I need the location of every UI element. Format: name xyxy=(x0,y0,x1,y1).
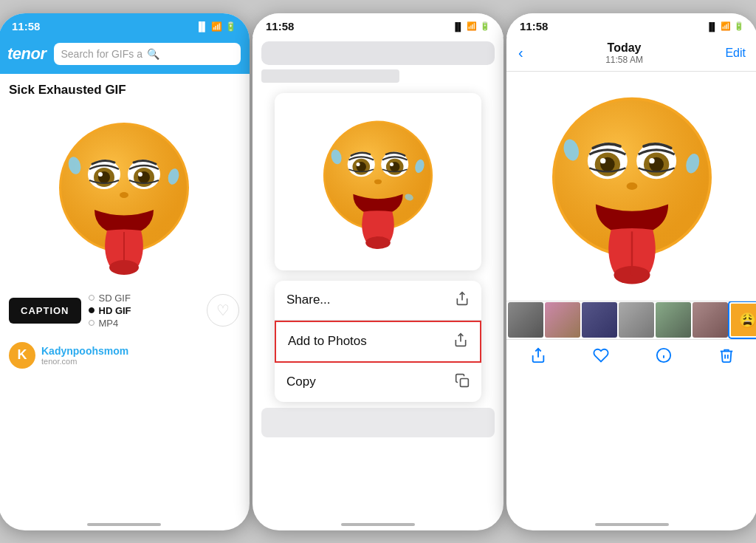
photos-toolbar xyxy=(506,339,756,380)
svg-point-37 xyxy=(600,157,605,163)
svg-point-5 xyxy=(98,172,103,177)
screens-container: 11:58 ▐▌ 📶 🔋 tenor Search for GIFs a 🔍 S… xyxy=(0,0,756,543)
nav-title: Today xyxy=(608,41,642,55)
info-button[interactable] xyxy=(656,347,672,368)
svg-point-24 xyxy=(374,179,382,184)
home-indicator-2 xyxy=(341,523,415,526)
user-site: tenor.com xyxy=(41,357,128,366)
phone3-photos: 11:58 ▐▌ 📶 🔋 ‹ Today 11:58 AM Edit xyxy=(506,13,756,530)
copy-icon xyxy=(455,373,470,392)
caption-button[interactable]: CAPTION xyxy=(9,298,81,324)
thumb-selected[interactable]: 😩 xyxy=(729,302,756,338)
search-placeholder-text: Search for GIFs a xyxy=(61,48,142,60)
tenor-header: tenor Search for GIFs a 🔍 xyxy=(0,37,250,74)
back-button[interactable]: ‹ xyxy=(518,44,523,61)
gif-title: Sick Exhausted GIF xyxy=(9,83,239,98)
svg-point-10 xyxy=(120,192,128,198)
tenor-content: Sick Exhausted GIF xyxy=(0,74,250,380)
add-photos-icon xyxy=(453,332,468,351)
nav-subtitle: 11:58 AM xyxy=(605,55,643,65)
blurred-bottom-area xyxy=(261,408,495,437)
svg-point-42 xyxy=(627,182,638,190)
gif-preview-card xyxy=(275,93,481,270)
svg-point-19 xyxy=(357,162,360,165)
mp4-dot xyxy=(89,320,94,326)
search-icon: 🔍 xyxy=(147,48,159,60)
signal-icon: ▐▌ xyxy=(196,21,208,32)
thumb-3[interactable] xyxy=(582,302,617,338)
time-2: 11:58 xyxy=(266,20,294,33)
sick-emoji-svg-3 xyxy=(543,86,721,286)
context-copy[interactable]: Copy xyxy=(275,363,481,402)
hd-dot xyxy=(89,307,94,313)
context-add-photos[interactable]: Add to Photos xyxy=(275,321,481,363)
status-icons-1: ▐▌ 📶 🔋 xyxy=(196,21,236,32)
thumbnail-strip: 😩 xyxy=(506,301,756,339)
user-initial: K xyxy=(18,347,27,363)
bottom-controls: CAPTION SD GIF HD GIF MP4 xyxy=(9,293,239,329)
heart-button[interactable]: ♡ xyxy=(207,294,239,327)
format-hd[interactable]: HD GIF xyxy=(89,305,200,316)
svg-point-9 xyxy=(138,172,142,177)
status-bar-2: 11:58 ▐▌ 📶 🔋 xyxy=(252,13,504,37)
status-bar-3: 11:58 ▐▌ 📶 🔋 xyxy=(506,13,756,37)
svg-rect-31 xyxy=(461,378,469,386)
share-button[interactable] xyxy=(530,347,546,368)
wifi-icon-2: 📶 xyxy=(467,21,477,31)
thumb-5[interactable] xyxy=(656,302,691,338)
sick-emoji-svg xyxy=(54,114,194,276)
photos-nav: ‹ Today 11:58 AM Edit xyxy=(506,37,756,72)
search-bar[interactable]: Search for GIFs a 🔍 xyxy=(54,43,241,65)
battery-icon-3: 🔋 xyxy=(734,21,744,31)
thumb-2[interactable] xyxy=(545,302,580,338)
status-bar-1: 11:58 ▐▌ 📶 🔋 xyxy=(0,13,250,37)
favorite-button[interactable] xyxy=(593,347,609,368)
share-icon xyxy=(455,291,470,310)
thumb-6[interactable] xyxy=(693,302,728,338)
user-avatar: K xyxy=(9,342,35,369)
status-icons-2: ▐▌ 📶 🔋 xyxy=(452,21,490,31)
wifi-icon-3: 📶 xyxy=(721,21,731,31)
home-indicator-3 xyxy=(595,523,669,526)
format-mp4[interactable]: MP4 xyxy=(89,318,200,329)
blurred-text-1 xyxy=(261,69,399,83)
format-sd[interactable]: SD GIF xyxy=(89,293,200,304)
tenor-logo: tenor xyxy=(7,44,47,64)
edit-button[interactable]: Edit xyxy=(725,47,746,60)
add-photos-label: Add to Photos xyxy=(288,334,367,349)
sick-emoji-svg-2 xyxy=(319,112,437,252)
home-indicator-1 xyxy=(87,523,161,526)
phone1-tenor: 11:58 ▐▌ 📶 🔋 tenor Search for GIFs a 🔍 S… xyxy=(0,13,250,530)
context-share[interactable]: Share... xyxy=(275,281,481,321)
svg-point-25 xyxy=(365,236,391,249)
share-label: Share... xyxy=(286,293,331,307)
status-icons-3: ▐▌ 📶 🔋 xyxy=(706,21,744,31)
thumb-1[interactable] xyxy=(508,302,543,338)
heart-icon: ♡ xyxy=(216,301,230,319)
battery-icon: 🔋 xyxy=(225,21,236,32)
user-name: Kadynpoohsmom xyxy=(41,345,128,357)
mp4-label: MP4 xyxy=(99,318,119,329)
svg-point-41 xyxy=(649,157,654,163)
sd-label: SD GIF xyxy=(99,293,131,304)
blurred-search xyxy=(261,41,495,65)
user-row: K Kadynpoohsmom tenor.com xyxy=(9,339,239,372)
context-menu: Share... Add to Photos xyxy=(275,281,481,402)
gif-display xyxy=(9,106,239,284)
sd-dot xyxy=(89,295,94,301)
format-options: SD GIF HD GIF MP4 xyxy=(89,293,200,329)
signal-icon-2: ▐▌ xyxy=(452,22,464,31)
hd-label: HD GIF xyxy=(99,305,131,316)
wifi-icon: 📶 xyxy=(211,21,222,32)
time-3: 11:58 xyxy=(520,20,548,33)
delete-button[interactable] xyxy=(718,347,735,368)
battery-icon-2: 🔋 xyxy=(480,21,490,31)
phone2-context: 11:58 ▐▌ 📶 🔋 xyxy=(252,13,504,530)
time-1: 11:58 xyxy=(12,20,40,33)
thumb-4[interactable] xyxy=(619,302,654,338)
user-info: Kadynpoohsmom tenor.com xyxy=(41,345,128,366)
nav-center: Today 11:58 AM xyxy=(605,41,643,65)
signal-icon-3: ▐▌ xyxy=(706,22,718,31)
copy-label: Copy xyxy=(286,375,316,389)
large-gif-area xyxy=(506,72,756,301)
